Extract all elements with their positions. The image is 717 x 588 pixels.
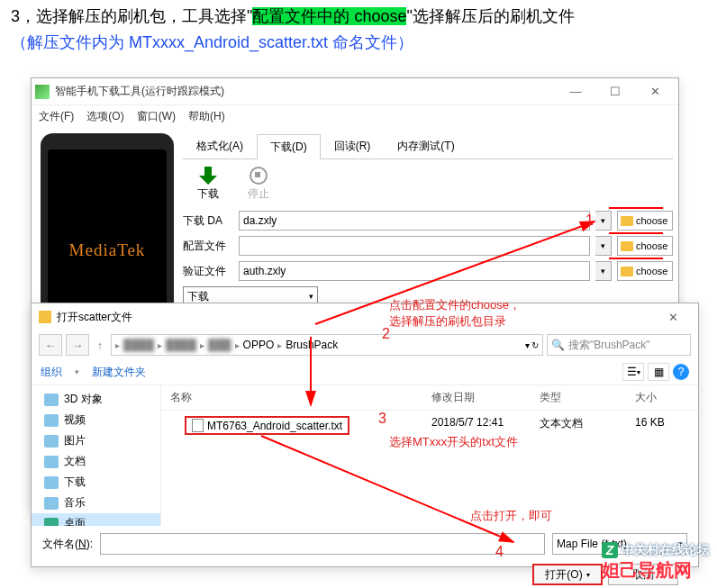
main-titlebar: 智能手机下载工具(运行时跟踪模式) — ☐ ✕ [32, 78, 678, 105]
cfg-label: 配置文件 [183, 239, 233, 254]
view-list-button[interactable]: ☰▾ [622, 363, 644, 381]
tab-readback[interactable]: 回读(R) [321, 133, 385, 158]
main-title: 智能手机下载工具(运行时跟踪模式) [55, 84, 556, 99]
download-icon [199, 167, 217, 185]
folder-icon [621, 216, 633, 226]
tab-format[interactable]: 格式化(A) [183, 133, 257, 158]
document-icon [192, 419, 204, 432]
num-4: 4 [495, 544, 504, 560]
sidebar-item-music[interactable]: 音乐 [32, 493, 160, 513]
dialog-close-button[interactable]: ✕ [655, 304, 691, 330]
menu-options[interactable]: 选项(O) [86, 109, 123, 124]
auth-choose-button[interactable]: choose [617, 261, 673, 281]
underline-2 [609, 232, 663, 234]
sidebar-item-documents[interactable]: 文档 [32, 451, 160, 472]
folder-icon [44, 456, 59, 468]
menu-file[interactable]: 文件(F) [39, 109, 74, 124]
sidebar-item-desktop[interactable]: 桌面 [32, 513, 160, 526]
num-1: 1 [585, 213, 594, 229]
search-icon: 🔍 [551, 339, 565, 351]
folder-icon [39, 311, 51, 323]
stop-button[interactable]: 停止 [248, 167, 269, 202]
folder-icon [44, 394, 59, 406]
instruction-text: 3，选择解压的刷机包，工具选择"配置文件中的 choose"选择解压后的刷机文件… [0, 0, 717, 59]
menu-window[interactable]: 窗口(W) [137, 109, 176, 124]
menubar: 文件(F) 选项(O) 窗口(W) 帮助(H) [32, 105, 678, 128]
underline-1 [609, 207, 663, 209]
dialog-titlebar: 打开scatter文件 ✕ [32, 303, 698, 330]
sidebar-item-downloads[interactable]: 下载 [32, 472, 160, 493]
nav-back-button[interactable]: ← [39, 334, 62, 356]
organize-button[interactable]: 组织 [41, 365, 62, 380]
open-button[interactable]: 打开(O) ▾ [532, 564, 603, 585]
help-button[interactable]: ? [673, 364, 689, 380]
nav-up-button[interactable]: ↑ [93, 334, 107, 356]
download-button[interactable]: 下载 [197, 167, 219, 202]
sidebar-item-pictures[interactable]: 图片 [32, 430, 160, 451]
view-details-button[interactable]: ▦ [648, 363, 669, 381]
col-date[interactable]: 修改日期 [422, 385, 531, 410]
breadcrumb[interactable]: ▸████▸████▸███▸ OPPO▸ BrushPack ▾↻ [111, 334, 543, 356]
folder-icon [44, 518, 59, 527]
tab-memtest[interactable]: 内存测试(T) [384, 133, 467, 158]
app-icon [35, 85, 50, 99]
cfg-choose-button[interactable]: choose [617, 236, 673, 256]
maximize-button[interactable]: ☐ [595, 79, 635, 104]
da-input[interactable] [239, 211, 590, 231]
sidebar-item-video[interactable]: 视频 [32, 410, 160, 430]
close-button[interactable]: ✕ [635, 79, 675, 104]
tabs: 格式化(A) 下载(D) 回读(R) 内存测试(T) [183, 133, 673, 159]
da-dropdown[interactable]: ▾ [595, 211, 612, 231]
auth-label: 验证文件 [183, 264, 233, 279]
dialog-title: 打开scatter文件 [57, 310, 655, 325]
col-type[interactable]: 类型 [531, 385, 626, 410]
folder-icon [44, 414, 59, 427]
file-row[interactable]: MT6763_Android_scatter.txt 2018/5/7 12:4… [161, 411, 698, 440]
tab-download[interactable]: 下载(D) [257, 134, 321, 159]
col-size[interactable]: 大小 [626, 385, 698, 410]
watermark: Z中关村在线论坛 妲己导航网 [602, 542, 710, 583]
da-label: 下载 DA [183, 213, 233, 229]
auth-input[interactable] [239, 261, 590, 281]
col-name[interactable]: 名称 [161, 385, 422, 410]
cfg-input[interactable] [239, 236, 590, 256]
stop-icon [250, 167, 268, 185]
auth-dropdown[interactable]: ▾ [595, 261, 612, 281]
num-2: 2 [382, 326, 390, 342]
filename-label: 文件名(N): [42, 537, 93, 552]
file-list: 名称 修改日期 类型 大小 MT6763_Android_scatter.txt… [161, 385, 698, 526]
open-dialog: 打开scatter文件 ✕ ← → ↑ ▸████▸████▸███▸ OPPO… [31, 303, 699, 567]
da-choose-button[interactable]: choose [617, 211, 673, 231]
folder-icon [44, 476, 59, 489]
sidebar-item-3d[interactable]: 3D 对象 [32, 389, 160, 410]
num-3: 3 [378, 411, 386, 427]
underline-3 [609, 258, 663, 259]
folder-icon [44, 497, 59, 510]
cfg-dropdown[interactable]: ▾ [595, 236, 612, 256]
file-highlighted: MT6763_Android_scatter.txt [185, 416, 349, 435]
menu-help[interactable]: 帮助(H) [188, 109, 225, 124]
minimize-button[interactable]: — [556, 79, 595, 104]
folder-icon [621, 241, 633, 251]
search-input[interactable]: 🔍 搜索"BrushPack" [547, 334, 691, 356]
newfolder-button[interactable]: 新建文件夹 [92, 365, 146, 380]
folder-icon [44, 435, 59, 448]
folder-icon [621, 267, 633, 276]
filename-input[interactable] [100, 533, 545, 555]
nav-forward-button[interactable]: → [66, 334, 89, 356]
sidebar: 3D 对象 视频 图片 文档 下载 音乐 桌面 [32, 385, 161, 526]
